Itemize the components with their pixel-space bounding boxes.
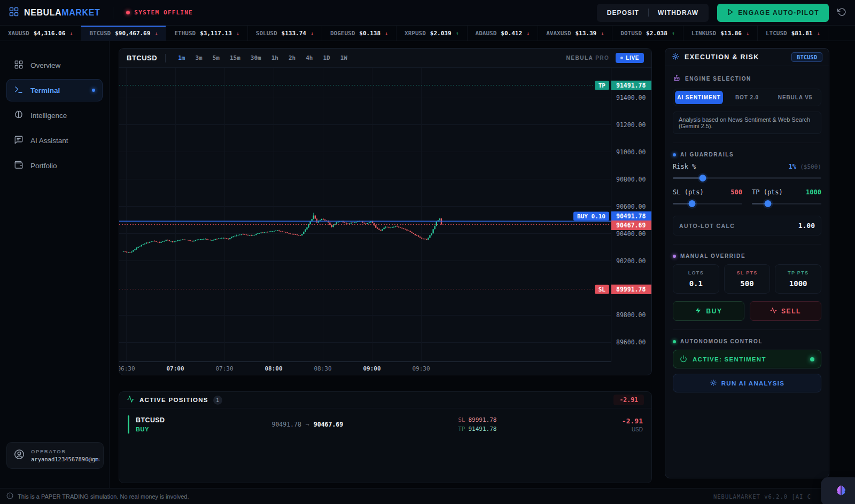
manual-field-tp-pts[interactable]: TP PTS1000 xyxy=(775,264,821,294)
activity-icon xyxy=(127,395,135,405)
sidebar-item-ai-assistant[interactable]: AI Assistant xyxy=(6,129,103,152)
down-arrow-icon: ↓ xyxy=(154,30,158,36)
position-row[interactable]: BTCUSD BUY 90491.78 → 90467.69 SL89991.7… xyxy=(119,408,651,440)
timeframe-1h[interactable]: 1h xyxy=(267,52,283,64)
sidebar-item-overview[interactable]: Overview xyxy=(6,54,103,76)
ticker-item-dogeusd[interactable]: DOGEUSD$0.138↓ xyxy=(322,26,397,41)
ticker-item-avaxusd[interactable]: AVAXUSD$13.39↓ xyxy=(538,26,612,41)
manual-field-sl-pts[interactable]: SL PTS500 xyxy=(724,264,771,294)
ticker-item-ethusd[interactable]: ETHUSD$3,117.13↓ xyxy=(166,26,247,41)
timeframe-1w[interactable]: 1W xyxy=(336,52,352,64)
sl-value: 89991.78 xyxy=(468,416,496,423)
engine-tab-bot-2-0[interactable]: BOT 2.0 xyxy=(723,91,771,104)
deposit-button[interactable]: DEPOSIT xyxy=(598,9,648,17)
slider-thumb[interactable] xyxy=(699,175,706,182)
ticker-symbol: DOGEUSD xyxy=(330,30,355,37)
active-sentiment-button[interactable]: ACTIVE: SENTIMENT xyxy=(673,350,821,368)
x-axis-tick: 09:30 xyxy=(412,365,430,372)
timeframe-5m[interactable]: 5m xyxy=(208,52,224,64)
position-side-bar xyxy=(128,415,129,434)
slider-thumb[interactable] xyxy=(689,200,696,207)
live-badge[interactable]: LIVE xyxy=(616,53,644,63)
ticker-item-ltcusd[interactable]: LTCUSD$81.81↓ xyxy=(758,26,829,41)
ticker-symbol: BTCUSD xyxy=(89,30,111,37)
chart-symbol: BTCUSD xyxy=(127,54,157,62)
price-axis[interactable]: 91400.0091200.0091000.0090800.0090600.00… xyxy=(611,68,651,362)
sidebar-item-terminal[interactable]: Terminal xyxy=(6,79,103,101)
ticker-price: $2.039 xyxy=(430,30,452,37)
ai-assistant-fab[interactable] xyxy=(821,477,855,504)
position-sl-tp: SL89991.78 TP91491.78 xyxy=(458,416,496,432)
tp-slider[interactable] xyxy=(752,200,821,208)
entry-level-badge[interactable]: BUY 0.10 xyxy=(573,212,609,221)
engage-autopilot-button[interactable]: ENGAGE AUTO-PILOT xyxy=(717,4,829,22)
sl-pts-label: SL (pts) xyxy=(673,188,704,196)
ticker-price: $133.74 xyxy=(282,30,306,37)
timeframe-1d[interactable]: 1D xyxy=(318,52,334,64)
sidebar-item-portfolio[interactable]: Portfolio xyxy=(6,154,103,177)
refresh-button[interactable] xyxy=(837,7,846,18)
green-dot-icon xyxy=(673,340,676,343)
ticker-item-adausd[interactable]: ADAUSD$0.412↓ xyxy=(468,26,539,41)
x-axis-tick: 06:30 xyxy=(119,365,135,372)
y-axis-tick: 91000.00 xyxy=(616,148,646,156)
y-axis-tick: 89600.00 xyxy=(616,338,646,346)
entry-price: 90491.78 xyxy=(271,421,301,428)
auto-lot-calc: AUTO-LOT CALC 1.00 xyxy=(673,216,821,235)
ticker-item-linkusd[interactable]: LINKUSD$13.86↓ xyxy=(683,26,758,41)
ticker-bar: XAUUSD$4,316.06↓BTCUSD$90,467.69↓ETHUSD$… xyxy=(0,26,855,41)
withdraw-button[interactable]: WITHDRAW xyxy=(649,9,708,17)
timeframe-30m[interactable]: 30m xyxy=(246,52,266,64)
purple-dot-icon xyxy=(673,255,676,258)
run-ai-analysis-button[interactable]: RUN AI ANALYSIS xyxy=(673,374,821,392)
manual-field-value: 500 xyxy=(727,279,768,288)
engine-selection-label: ENGINE SELECTION xyxy=(673,74,821,83)
ticker-item-solusd[interactable]: SOLUSD$133.74↓ xyxy=(248,26,322,41)
timeframe-15m[interactable]: 15m xyxy=(226,52,245,64)
timeframe-4h[interactable]: 4h xyxy=(301,52,317,64)
sl-level-badge[interactable]: SL xyxy=(595,285,609,294)
timeframe-2h[interactable]: 2h xyxy=(284,52,300,64)
ticker-item-xrpusd[interactable]: XRPUSD$2.039↑ xyxy=(397,26,468,41)
arrow-right-icon: → xyxy=(306,421,309,428)
ticker-item-btcusd[interactable]: BTCUSD$90,467.69↓ xyxy=(81,26,166,41)
engine-note: Analysis based on News Sentiment & Web S… xyxy=(673,112,821,134)
y-axis-tick: 90800.00 xyxy=(616,176,646,183)
risk-cash: ($500) xyxy=(800,163,821,170)
ticker-item-xauusd[interactable]: XAUUSD$4,316.06↓ xyxy=(0,26,81,41)
ticker-price: $13.86 xyxy=(720,30,742,37)
terminal-icon xyxy=(14,85,24,96)
slider-thumb[interactable] xyxy=(764,200,771,207)
engine-tab-nebula-v5[interactable]: NEBULA V5 xyxy=(771,91,819,104)
ticker-item-dotusd[interactable]: DOTUSD$2.038↑ xyxy=(612,26,683,41)
risk-row: Risk % 1% ($500) xyxy=(673,163,821,170)
ticker-price: $0.138 xyxy=(359,30,380,37)
active-status-dot-icon xyxy=(810,357,814,361)
engine-tab-ai-sentiment[interactable]: AI SENTIMENT xyxy=(675,91,723,104)
risk-slider[interactable] xyxy=(673,174,821,182)
sell-button[interactable]: SELL xyxy=(750,301,821,321)
ticker-symbol: AVAXUSD xyxy=(546,30,571,37)
ticker-symbol: LINKUSD xyxy=(691,30,716,37)
exec-symbol-badge: BTCUSD xyxy=(791,52,822,62)
sl-slider[interactable] xyxy=(673,200,742,208)
sl-label: SL xyxy=(458,416,465,423)
tp-level-badge[interactable]: TP xyxy=(595,81,609,90)
ai-guardrails-label: AI GUARDRAILS xyxy=(673,152,821,158)
timeframe-1m[interactable]: 1m xyxy=(174,52,189,64)
candlestick-plot[interactable]: TPBUY 0.10SL xyxy=(119,68,611,362)
buy-button[interactable]: BUY xyxy=(673,301,744,321)
manual-field-lots[interactable]: LOTS0.1 xyxy=(673,264,719,294)
sidebar-item-intelligence[interactable]: Intelligence xyxy=(6,104,103,127)
wallet-icon xyxy=(14,160,24,171)
sidebar-item-label: Intelligence xyxy=(30,112,67,120)
ticker-symbol: XRPUSD xyxy=(405,30,426,37)
brand-logo-icon xyxy=(9,6,19,19)
timeframe-3m[interactable]: 3m xyxy=(191,52,206,64)
chart-header: BTCUSD 1m3m5m15m30m1h2h4h1D1W NEBULA PRO… xyxy=(119,49,651,68)
y-axis-tick: 90200.00 xyxy=(616,257,646,265)
operator-card[interactable]: OPERATOR aryanad1234567890@gmai… xyxy=(6,442,104,469)
risk-label: Risk % xyxy=(673,163,696,170)
entry-price-label: 90491.78 xyxy=(611,211,651,221)
time-axis[interactable]: 06:3007:0007:3008:0008:3009:0009:30 xyxy=(119,362,651,375)
